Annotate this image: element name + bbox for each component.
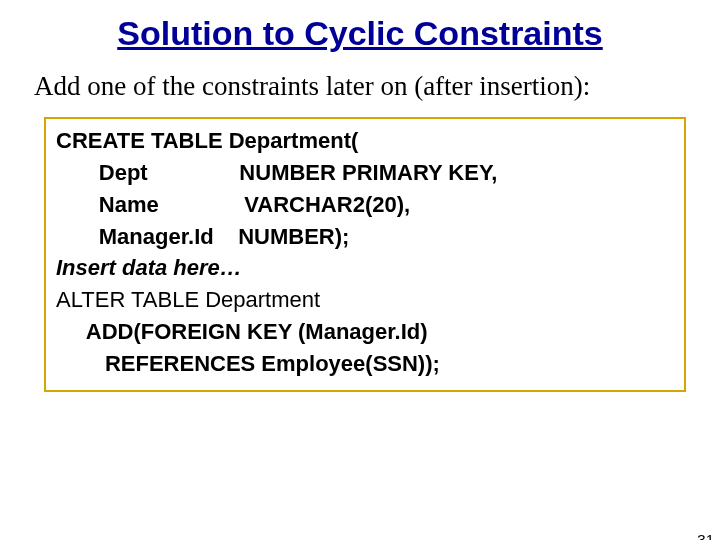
code-line-1: CREATE TABLE Department(	[56, 125, 674, 157]
code-line-3: Name VARCHAR2(20),	[56, 189, 674, 221]
intro-text: Add one of the constraints later on (aft…	[34, 71, 692, 103]
code-line-8: REFERENCES Employee(SSN));	[56, 348, 674, 380]
code-line-4: Manager.Id NUMBER);	[56, 221, 674, 253]
slide: Solution to Cyclic Constraints Add one o…	[0, 14, 720, 540]
slide-title: Solution to Cyclic Constraints	[0, 14, 720, 53]
code-box: CREATE TABLE Department( Dept NUMBER PRI…	[44, 117, 686, 392]
code-line-6: ALTER TABLE Department	[56, 284, 674, 316]
code-line-7: ADD(FOREIGN KEY (Manager.Id)	[56, 316, 674, 348]
code-line-5: Insert data here…	[56, 252, 674, 284]
code-line-2: Dept NUMBER PRIMARY KEY,	[56, 157, 674, 189]
page-number: 31	[697, 531, 714, 540]
